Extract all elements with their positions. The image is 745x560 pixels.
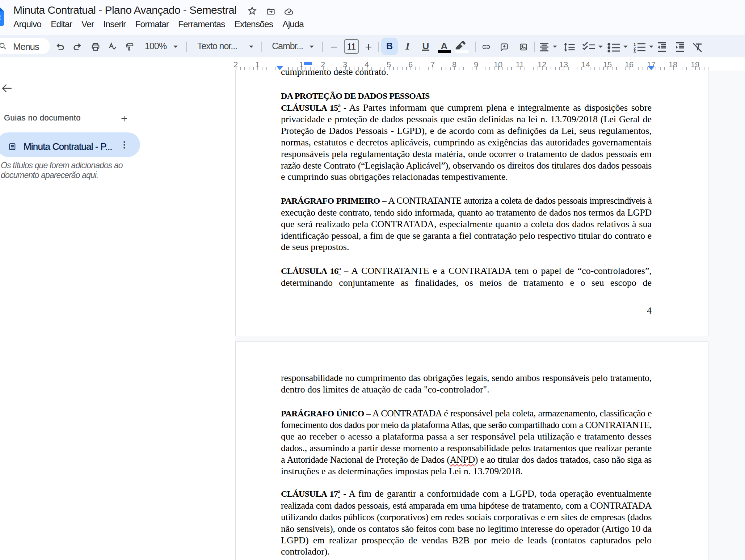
svg-text:3: 3 <box>634 50 636 54</box>
